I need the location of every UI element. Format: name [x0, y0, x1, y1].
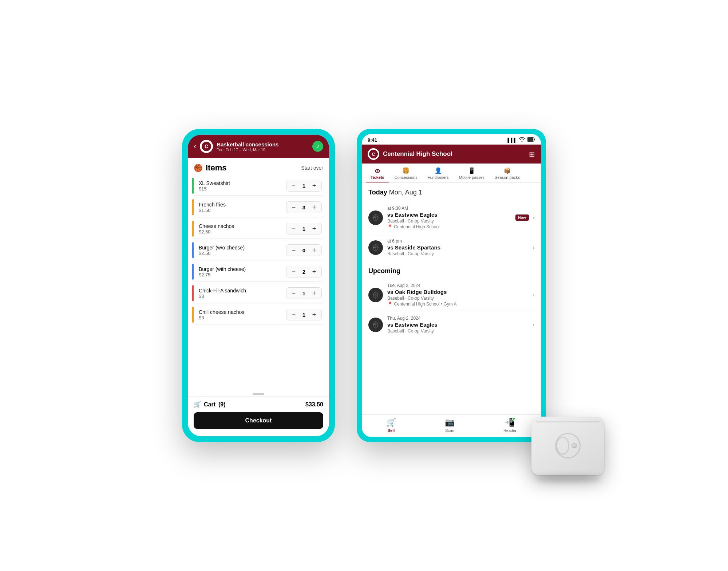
decrease-button[interactable]: − [291, 290, 297, 296]
season_packs-tab-icon: 📦 [504, 167, 511, 174]
reader-status-dot [512, 417, 515, 421]
game-info: at 6 pm vs Seaside Spartans Baseball · C… [387, 239, 533, 256]
tab-tickets[interactable]: 🎟 Tickets [366, 164, 389, 182]
item-color-bar [192, 264, 194, 280]
quantity-control: − 2 + [286, 266, 322, 277]
item-name: Cheese nachos [199, 223, 234, 229]
season_packs-tab-label: Season packs [495, 175, 520, 180]
tablet-bottom-nav: 🛒 Sell 📷 Scan 📲 Reader [362, 414, 541, 437]
tab-mobile_passes[interactable]: 📱 Mobile passes [455, 164, 489, 182]
game-opponent: vs Eastview Eagles [387, 212, 515, 218]
cart-count: (9) [218, 401, 226, 408]
decrease-button[interactable]: − [291, 225, 297, 232]
list-item: Burger (w/o cheese) $2.50 − 0 + [192, 241, 325, 260]
phone-bottom: Checkout [188, 412, 329, 436]
item-info: Chick-Fil-A sandwich $3 [195, 288, 246, 299]
tablet-logo: C [368, 148, 379, 160]
item-info: Cheese nachos $2.50 [195, 223, 234, 235]
app-logo: C [200, 140, 213, 153]
list-item: Chick-Fil-A sandwich $3 − 1 + [192, 284, 325, 303]
item-color-bar [192, 242, 194, 258]
item-info: Burger (with cheese) $2.75 [195, 266, 246, 277]
tablet-screen: 9:41 ▌▌▌ [362, 134, 541, 437]
checkout-button[interactable]: Checkout [194, 412, 323, 429]
concession-title: Basketball concessions [217, 141, 278, 147]
item-price: $2.50 [199, 229, 234, 235]
today-section-header: Today Mon, Aug 1 [368, 189, 534, 196]
item-price: $15 [199, 186, 230, 192]
item-name: French fries [199, 202, 226, 208]
grid-icon[interactable]: ⊞ [529, 150, 535, 158]
sell-label: Sell [388, 428, 395, 433]
game-details: Baseball · Co-op Varsity [387, 328, 533, 334]
table-row[interactable]: Tue, Aug 2, 2024 vs Oak Ridge Bulldogs B… [368, 279, 534, 311]
back-button[interactable]: ‹ [194, 142, 196, 151]
scroll-indicator [188, 392, 329, 396]
item-color-bar [192, 199, 194, 215]
status-bar: 9:41 ▌▌▌ [362, 134, 541, 145]
item-price: $3 [199, 315, 244, 320]
decrease-button[interactable]: − [291, 204, 297, 210]
increase-button[interactable]: + [311, 290, 317, 296]
bottom-nav-scan[interactable]: 📷 Scan [445, 418, 455, 433]
items-title: 🏀 Items [194, 163, 226, 173]
game-details: Baseball · Co-op Varsity [387, 296, 533, 301]
svg-rect-3 [534, 139, 535, 141]
increase-button[interactable]: + [311, 247, 317, 253]
item-price: $2.50 [199, 251, 245, 256]
phone-app-header: ‹ C Basketball concessions Tue, Feb 17 –… [188, 135, 329, 158]
game-details: Baseball · Co-op Varsity [387, 251, 533, 256]
nfc-icon [555, 433, 581, 458]
game-time: at 6 pm [387, 239, 533, 244]
chevron-right-icon: › [533, 244, 534, 251]
table-row[interactable]: at 9:30 AM vs Eastview Eagles Baseball ·… [368, 201, 534, 234]
items-area: 🏀 Items Start over XL Sweatshirt $15 − 1… [188, 158, 329, 396]
svg-text:C: C [205, 143, 208, 149]
item-price: $1.50 [199, 208, 226, 213]
bottom-nav-sell[interactable]: 🛒 Sell [386, 418, 396, 433]
game-info: Thu, Aug 2, 2024 vs Eastview Eagles Base… [387, 316, 533, 334]
team-icon [368, 288, 383, 302]
now-badge: Now [515, 214, 529, 221]
bottom-nav-reader[interactable]: 📲 Reader [503, 418, 517, 433]
tab-fundraisers[interactable]: 👤 Fundraisers [423, 164, 453, 182]
phone-device: ‹ C Basketball concessions Tue, Feb 17 –… [182, 129, 335, 442]
concessions-tab-icon: 🍔 [402, 167, 410, 174]
table-row[interactable]: at 6 pm vs Seaside Spartans Baseball · C… [368, 234, 534, 261]
game-opponent: vs Eastview Eagles [387, 322, 533, 328]
quantity-value: 1 [301, 226, 307, 232]
table-row[interactable]: Thu, Aug 2, 2024 vs Eastview Eagles Base… [368, 311, 534, 338]
card-reader-device [531, 417, 604, 482]
item-color-bar [192, 307, 194, 323]
game-date: Thu, Aug 2, 2024 [387, 316, 533, 321]
item-name: XL Sweatshirt [199, 180, 230, 186]
team-icon [368, 240, 383, 255]
scan-label: Scan [445, 428, 454, 433]
reader-icon: 📲 [505, 418, 515, 427]
items-list: XL Sweatshirt $15 − 1 + French fries $1.… [188, 176, 329, 392]
start-over-button[interactable]: Start over [301, 165, 323, 171]
tablet-nav: 🎟 Tickets 🍔 Concessions 👤 Fundraisers 📱 … [362, 164, 541, 183]
decrease-button[interactable]: − [291, 268, 297, 275]
cart-label: Cart [204, 401, 215, 408]
decrease-button[interactable]: − [291, 311, 297, 318]
quantity-control: − 1 + [286, 223, 322, 235]
quantity-value: 1 [301, 290, 307, 296]
increase-button[interactable]: + [311, 311, 317, 318]
decrease-button[interactable]: − [291, 182, 297, 189]
increase-button[interactable]: + [311, 204, 317, 210]
increase-button[interactable]: + [311, 225, 317, 232]
game-opponent: vs Seaside Spartans [387, 244, 533, 251]
tablet-frame: 9:41 ▌▌▌ [357, 129, 546, 442]
increase-button[interactable]: + [311, 182, 317, 189]
increase-button[interactable]: + [311, 268, 317, 275]
decrease-button[interactable]: − [291, 247, 297, 253]
tablet-content: Today Mon, Aug 1 at 9:30 AM [362, 183, 541, 414]
quantity-value: 0 [301, 247, 307, 253]
game-date: Tue, Aug 2, 2024 [387, 283, 533, 288]
header-title-block: Basketball concessions Tue, Feb 17 – Wed… [217, 141, 278, 152]
tablet-app-header: C Centennial High School ⊞ [362, 145, 541, 164]
tab-season_packs[interactable]: 📦 Season packs [490, 164, 524, 182]
tab-concessions[interactable]: 🍔 Concessions [390, 164, 422, 182]
list-item: French fries $1.50 − 3 + [192, 198, 325, 217]
